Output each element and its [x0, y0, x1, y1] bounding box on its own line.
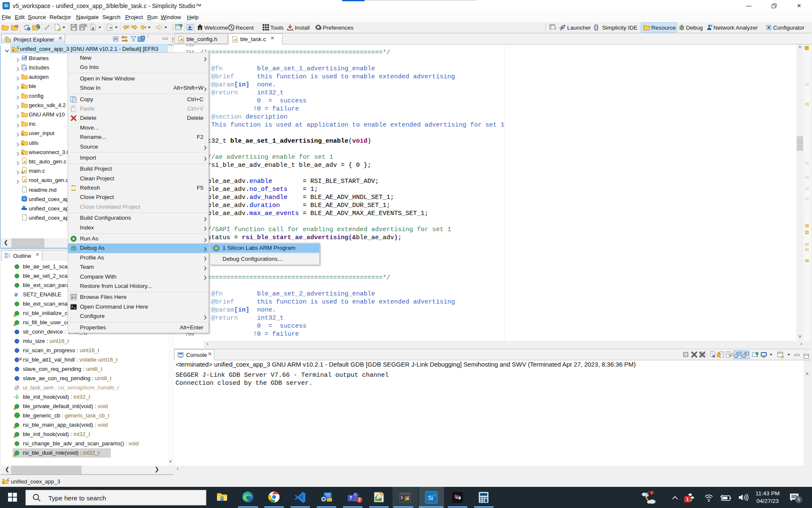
svg-text:T: T — [349, 496, 352, 500]
svg-text:C: C — [17, 45, 19, 50]
svg-text:5: 5 — [434, 493, 436, 497]
svg-text:Si: Si — [428, 494, 433, 501]
svg-text:Si: Si — [142, 36, 144, 39]
svg-text:.c: .c — [233, 38, 237, 42]
svg-text:.h: .h — [180, 38, 183, 42]
svg-text:h: h — [25, 66, 27, 70]
svg-text:C: C — [7, 478, 9, 482]
